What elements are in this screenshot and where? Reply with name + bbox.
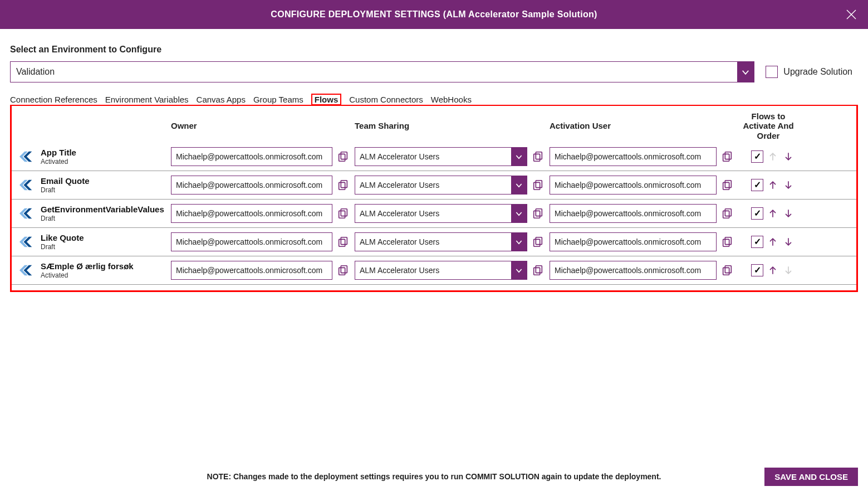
owner-input[interactable]: Michaelp@powercattools.onmicrosoft.com [171,232,332,251]
move-up-icon[interactable] [767,236,779,248]
team-sharing-select[interactable]: ALM Accelerator Users [355,147,527,166]
activate-checkbox[interactable] [751,236,763,248]
copy-icon[interactable] [532,236,544,248]
flow-icon [18,263,35,278]
chevron-down-icon [511,148,527,166]
header-owner: Owner [171,121,355,130]
copy-icon[interactable] [721,150,733,163]
upgrade-solution-checkbox[interactable] [766,66,778,78]
header-activate: Flows to Activate And Order [739,111,800,140]
svg-rect-21 [534,211,540,218]
owner-input[interactable]: Michaelp@powercattools.onmicrosoft.com [171,176,332,195]
flow-title: GetEnvironmentVariableValues [41,205,164,214]
copy-icon[interactable] [532,207,544,220]
tab-custom-connectors[interactable]: Custom Connectors [349,95,423,104]
team-sharing-select[interactable]: ALM Accelerator Users [355,204,527,223]
copy-icon[interactable] [532,179,544,191]
svg-rect-2 [341,152,347,159]
svg-rect-39 [723,268,729,275]
activation-user-input[interactable]: Michaelp@powercattools.onmicrosoft.com [550,232,717,251]
activate-checkbox[interactable] [751,264,763,276]
chevron-down-icon [511,176,527,194]
owner-input[interactable]: Michaelp@powercattools.onmicrosoft.com [171,147,332,166]
svg-rect-27 [339,239,345,246]
activation-user-input[interactable]: Michaelp@powercattools.onmicrosoft.com [550,261,717,280]
tab-canvas-apps[interactable]: Canvas Apps [197,95,246,104]
copy-icon[interactable] [721,236,733,248]
svg-rect-3 [339,154,345,161]
activation-user-input[interactable]: Michaelp@powercattools.onmicrosoft.com [550,147,717,166]
chevron-down-icon [511,261,527,279]
team-sharing-select[interactable]: ALM Accelerator Users [355,176,527,195]
move-up-icon [767,150,779,163]
team-sharing-select[interactable]: ALM Accelerator Users [355,261,527,280]
upgrade-solution-label: Upgrade Solution [783,67,852,77]
flow-status: Draft [41,243,84,251]
move-up-icon[interactable] [767,207,779,220]
svg-rect-34 [341,266,347,273]
flow-row: Like Quote Draft Michaelp@powercattools.… [12,228,856,256]
flow-icon [18,178,35,192]
activate-checkbox[interactable] [751,179,763,191]
move-down-icon[interactable] [782,150,795,163]
flow-title: SÆmple Ø ærlig forsøk [41,261,134,271]
titlebar: CONFIGURE DEPLOYMENT SETTINGS (ALM Accel… [0,0,868,29]
tab-group-teams[interactable]: Group Teams [253,95,303,104]
flow-row: SÆmple Ø ærlig forsøk Activated Michaelp… [12,256,856,285]
activate-checkbox[interactable] [751,150,763,163]
flow-title: App Title [41,148,76,157]
move-up-icon[interactable] [767,264,779,276]
svg-rect-20 [536,209,542,216]
activation-user-input[interactable]: Michaelp@powercattools.onmicrosoft.com [550,176,717,195]
copy-icon[interactable] [337,236,349,248]
activate-checkbox[interactable] [751,207,763,220]
team-sharing-value: ALM Accelerator Users [355,209,511,218]
svg-rect-37 [534,268,540,275]
tab-flows[interactable]: Flows [311,94,342,105]
copy-icon[interactable] [532,264,544,276]
chevron-down-icon [511,233,527,251]
chevron-down-icon [737,62,754,82]
svg-rect-11 [339,182,345,189]
flow-status: Draft [41,186,90,194]
tab-webhooks[interactable]: WebHooks [431,95,472,104]
move-down-icon[interactable] [782,207,795,220]
copy-icon[interactable] [337,150,349,163]
titlebar-title: CONFIGURE DEPLOYMENT SETTINGS (ALM Accel… [271,9,597,20]
copy-icon[interactable] [532,150,544,163]
close-icon[interactable] [845,8,858,21]
team-sharing-value: ALM Accelerator Users [355,181,511,189]
flow-title: Email Quote [41,176,90,186]
copy-icon[interactable] [337,179,349,191]
copy-icon[interactable] [721,207,733,220]
owner-input[interactable]: Michaelp@powercattools.onmicrosoft.com [171,261,332,280]
svg-rect-31 [723,239,729,246]
chevron-down-icon [511,205,527,222]
svg-rect-35 [339,268,345,275]
flow-row: App Title Activated Michaelp@powercattoo… [12,143,856,171]
copy-icon[interactable] [337,207,349,220]
activation-user-input[interactable]: Michaelp@powercattools.onmicrosoft.com [550,204,717,223]
move-up-icon[interactable] [767,179,779,191]
flow-status: Draft [41,215,164,222]
flow-status: Activated [41,271,134,279]
tab-connection-references[interactable]: Connection References [10,95,97,104]
copy-icon[interactable] [721,264,733,276]
svg-rect-6 [725,152,731,159]
move-down-icon[interactable] [782,236,795,248]
copy-icon[interactable] [337,264,349,276]
owner-input[interactable]: Michaelp@powercattools.onmicrosoft.com [171,204,332,223]
copy-icon[interactable] [721,179,733,191]
move-down-icon[interactable] [782,179,795,191]
tab-environment-variables[interactable]: Environment Variables [105,95,189,104]
svg-rect-10 [341,181,347,188]
svg-rect-30 [725,237,731,245]
svg-rect-36 [536,266,542,273]
svg-rect-38 [725,266,731,273]
flow-icon [18,149,35,164]
svg-rect-7 [723,154,729,161]
team-sharing-select[interactable]: ALM Accelerator Users [355,232,527,251]
svg-rect-22 [725,209,731,216]
move-down-icon [782,264,795,276]
environment-select[interactable]: Validation [10,61,754,82]
